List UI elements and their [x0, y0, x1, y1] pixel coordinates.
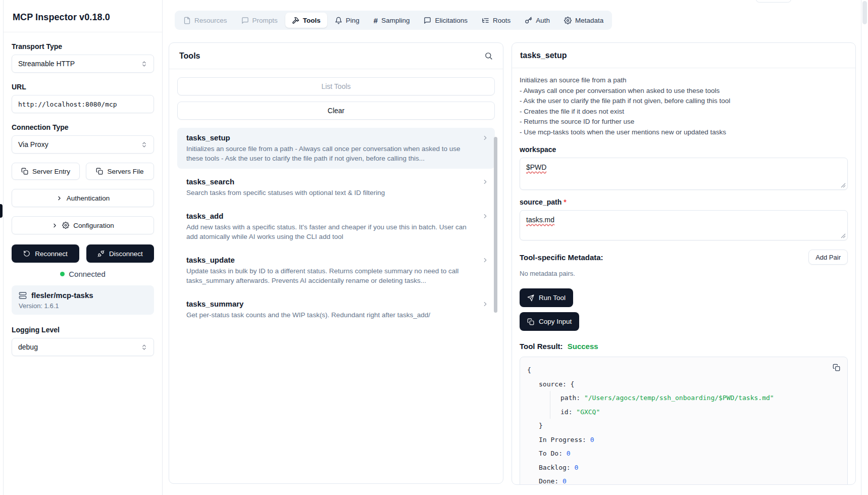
tab-sampling[interactable]: # Sampling — [367, 13, 417, 28]
code-line: path: "/Users/agocs/temp/ssh_onboarding/… — [550, 391, 840, 405]
scrollbar-thumb[interactable] — [494, 137, 497, 313]
tool-list-item-tasks-setup[interactable]: tasks_setup Initializes an source file f… — [177, 128, 495, 169]
connection-type-select[interactable]: Via Proxy — [12, 135, 154, 154]
copy-input-button[interactable]: Copy Input — [520, 312, 579, 331]
chevrons-up-down-icon — [141, 344, 147, 351]
divider — [4, 32, 162, 32]
server-entry-label: Server Entry — [32, 168, 70, 175]
copy-input-label: Copy Input — [539, 318, 572, 325]
page-scrollbar-thumb[interactable] — [862, 1, 867, 24]
copy-result-icon[interactable] — [833, 364, 840, 371]
chevrons-up-down-icon — [141, 141, 147, 148]
chevron-right-icon — [482, 134, 489, 141]
tool-list-item-tasks-update[interactable]: tasks_update Update tasks in bulk by ID … — [177, 250, 495, 291]
server-entry-button[interactable]: Server Entry — [12, 163, 80, 180]
tab-ping[interactable]: Ping — [328, 13, 366, 28]
reconnect-button[interactable]: Reconnect — [12, 244, 79, 263]
page-scrollbar-track[interactable] — [861, 0, 868, 495]
code-line: } — [527, 419, 840, 433]
source-path-field[interactable]: tasks.md — [520, 210, 848, 240]
url-label: URL — [12, 83, 154, 91]
workspace-field[interactable]: $PWD — [520, 158, 848, 190]
server-icon — [19, 291, 27, 300]
rotate-ccw-icon — [23, 250, 30, 257]
drawer-handle[interactable] — [0, 204, 3, 218]
metadata-section-label: Tool-specific Metadata: — [520, 253, 603, 262]
tab-metadata[interactable]: Metadata — [557, 13, 610, 28]
status-dot — [60, 272, 65, 276]
tool-list-item-tasks-search[interactable]: tasks_search Search tasks from specific … — [177, 172, 495, 203]
floating-pill — [756, 0, 791, 3]
tool-detail-title: tasks_setup — [520, 51, 567, 60]
chevron-right-icon — [482, 301, 489, 308]
logging-level-select[interactable]: debug — [12, 338, 154, 356]
chevron-right-icon — [56, 195, 63, 202]
send-icon — [527, 294, 534, 302]
tool-description: Initializes an source file from a path -… — [186, 144, 478, 163]
tool-result-heading: Tool Result: Success — [520, 342, 848, 351]
resize-handle-icon[interactable] — [841, 233, 846, 238]
tab-prompts[interactable]: Prompts — [235, 13, 284, 28]
tool-list-item-tasks-add[interactable]: tasks_add Add new tasks with a specific … — [177, 206, 495, 247]
code-line: Backlog: 0 — [527, 461, 840, 475]
configuration-expander[interactable]: Configuration — [12, 216, 154, 234]
disconnect-label: Disconnect — [109, 250, 143, 258]
tool-detail-panel: tasks_setup Initializes an source file f… — [512, 42, 856, 485]
hash-icon: # — [374, 17, 378, 24]
connection-status: Connected — [12, 270, 154, 278]
workspace-label: workspace — [520, 145, 848, 154]
tab-roots[interactable]: Roots — [475, 13, 517, 28]
tab-label: Ping — [346, 17, 360, 24]
servers-file-label: Servers File — [107, 168, 143, 175]
server-version: Version: 1.6.1 — [19, 302, 147, 310]
run-tool-label: Run Tool — [539, 294, 566, 302]
search-icon[interactable] — [484, 52, 493, 60]
chevron-right-icon — [52, 222, 58, 229]
add-pair-button[interactable]: Add Pair — [808, 250, 848, 265]
servers-file-button[interactable]: Servers File — [86, 163, 154, 180]
chevrons-up-down-icon — [141, 61, 147, 67]
code-line: To Do: 0 — [527, 447, 840, 461]
tool-result-label: Tool Result: — [520, 342, 563, 351]
tools-list-panel: Tools List Tools Clear tasks_setup Initi… — [169, 42, 503, 484]
clear-button[interactable]: Clear — [177, 102, 495, 120]
tool-list: tasks_setup Initializes an source file f… — [177, 128, 495, 325]
mcp-inspector-window: MCP Inspector v0.18.0 Transport Type Str… — [0, 0, 868, 495]
tool-name: tasks_summary — [186, 300, 478, 308]
tool-description: Search tasks from specific statuses with… — [186, 188, 478, 197]
list-tools-button[interactable]: List Tools — [177, 77, 495, 95]
tool-result-status: Success — [568, 342, 598, 351]
copy-icon — [96, 168, 103, 175]
tab-elicitations[interactable]: Elicitations — [417, 13, 474, 28]
resize-handle-icon[interactable] — [841, 183, 846, 188]
code-line: id: "GXCQ" — [550, 405, 840, 419]
copy-icon — [21, 168, 28, 175]
server-info-card: flesler/mcp-tasks Version: 1.6.1 — [12, 285, 154, 315]
tab-resources[interactable]: Resources — [177, 13, 234, 28]
app-title: MCP Inspector v0.18.0 — [13, 12, 153, 23]
tool-description-block: Initializes an source file from a path -… — [520, 75, 848, 137]
tool-description: Get per-status task counts and the WIP t… — [186, 310, 478, 320]
url-input[interactable]: http://localhost:8080/mcp — [12, 95, 154, 113]
tool-list-item-tasks-summary[interactable]: tasks_summary Get per-status task counts… — [177, 294, 495, 325]
run-tool-button[interactable]: Run Tool — [520, 288, 573, 307]
tab-tools[interactable]: Tools — [285, 13, 327, 28]
server-name: flesler/mcp-tasks — [31, 291, 93, 300]
connection-type-value: Via Proxy — [18, 140, 48, 148]
source-path-value: tasks.md — [526, 216, 554, 224]
tab-label: Auth — [536, 17, 550, 24]
left-rail — [0, 0, 4, 495]
transport-type-value: Streamable HTTP — [18, 60, 75, 68]
sidebar: MCP Inspector v0.18.0 Transport Type Str… — [4, 0, 163, 495]
code-line: { — [527, 363, 840, 377]
disconnect-button[interactable]: Disconnect — [86, 244, 154, 263]
tab-auth[interactable]: Auth — [518, 13, 556, 28]
authentication-expander[interactable]: Authentication — [12, 189, 154, 207]
transport-type-select[interactable]: Streamable HTTP — [12, 55, 154, 73]
reconnect-label: Reconnect — [35, 250, 68, 258]
tab-label: Metadata — [575, 17, 603, 24]
url-value: http://localhost:8080/mcp — [18, 101, 117, 108]
code-line: Done: 0 — [527, 474, 840, 485]
code-line: In Progress: 0 — [527, 433, 840, 447]
workspace-value: $PWD — [526, 163, 546, 171]
